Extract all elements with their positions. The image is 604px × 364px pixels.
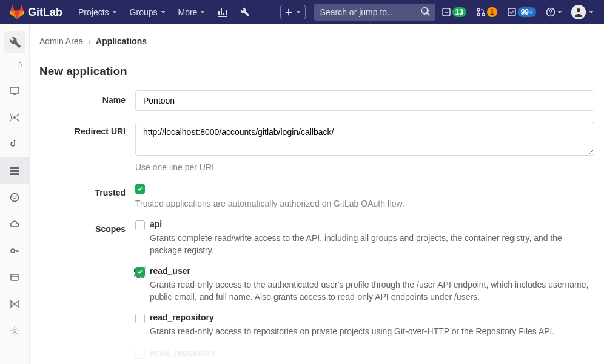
chevron-down-icon: [112, 9, 118, 15]
sidebar-deploy-keys[interactable]: [0, 237, 29, 264]
mr-badge: 1: [487, 7, 497, 17]
nav-projects[interactable]: Projects: [72, 4, 124, 21]
chevron-down-icon: [557, 9, 563, 15]
svg-rect-17: [16, 170, 19, 172]
sidebar-applications[interactable]: [0, 157, 29, 184]
svg-point-22: [13, 196, 14, 197]
svg-rect-12: [10, 167, 13, 169]
abuse-icon: [10, 193, 19, 202]
issues-badge: 13: [452, 7, 466, 17]
scope-item-api: api Grants complete read/write access to…: [135, 219, 594, 256]
name-label: Name: [39, 90, 135, 111]
todos-counter[interactable]: 99+: [503, 5, 540, 19]
wrench-icon: [8, 36, 21, 48]
svg-point-21: [11, 194, 19, 202]
svg-rect-20: [16, 173, 19, 175]
admin-sidebar: 0: [0, 24, 30, 364]
redirect-help: Use one line per URI: [135, 162, 594, 172]
monitor-icon: [10, 86, 19, 96]
scope-write-repository-checkbox[interactable]: [135, 349, 145, 359]
sidebar-settings[interactable]: [0, 317, 29, 344]
brand-text: GitLab: [28, 6, 62, 19]
svg-rect-9: [10, 87, 19, 93]
scope-item-write-repository: write_repository: [135, 348, 594, 359]
tanuki-icon: [10, 5, 24, 19]
todos-badge: 99+: [518, 7, 536, 17]
svg-point-2: [477, 8, 480, 11]
svg-rect-15: [10, 170, 13, 172]
help-menu[interactable]: [542, 5, 566, 19]
issues-icon: [441, 7, 451, 17]
scope-api-desc: Grants complete read/write access to the…: [150, 233, 594, 256]
wrench-icon: [240, 7, 249, 17]
applications-icon: [10, 166, 19, 176]
sidebar-appearance[interactable]: [0, 291, 29, 317]
issues-counter[interactable]: 13: [438, 5, 470, 19]
nav-menu: Projects Groups More: [72, 4, 255, 21]
check-icon: [137, 269, 143, 275]
svg-point-27: [13, 329, 16, 333]
check-icon: [137, 186, 143, 192]
header-right: 13 1 99+: [280, 4, 594, 21]
svg-rect-14: [16, 167, 19, 169]
scope-api-name: api: [150, 219, 162, 229]
mr-counter[interactable]: 1: [472, 5, 501, 19]
search-input[interactable]: [314, 4, 435, 21]
scope-read-user-desc: Grants read-only access to the authentic…: [150, 279, 594, 303]
chevron-down-icon: [200, 9, 206, 15]
sidebar-overview-count: 0: [18, 62, 22, 68]
plus-icon: [284, 8, 293, 16]
breadcrumb-current: Applications: [96, 36, 147, 46]
name-input[interactable]: [135, 90, 594, 111]
svg-point-8: [577, 8, 580, 12]
gitlab-logo[interactable]: GitLab: [10, 5, 62, 19]
nav-groups[interactable]: Groups: [124, 4, 172, 21]
sidebar-monitoring[interactable]: [0, 78, 29, 104]
scope-write-repository-name: write_repository: [150, 348, 216, 357]
todo-icon: [507, 7, 517, 17]
question-icon: [546, 7, 555, 17]
svg-rect-25: [11, 274, 18, 280]
sidebar-labels[interactable]: [0, 264, 29, 291]
label-icon: [10, 273, 19, 282]
scope-api-checkbox[interactable]: [135, 220, 145, 230]
scope-item-read-repository: read_repository Grants read-only access …: [135, 313, 594, 338]
merge-request-icon: [476, 7, 486, 17]
nav-admin[interactable]: [233, 4, 255, 21]
avatar: [571, 5, 586, 19]
user-menu[interactable]: [569, 5, 594, 19]
sidebar-admin-icon[interactable]: [4, 31, 25, 53]
sidebar-messages[interactable]: [0, 104, 29, 131]
sidebar-overview[interactable]: 0: [0, 58, 29, 78]
svg-rect-19: [13, 173, 16, 175]
scope-read-user-name: read_user: [150, 266, 190, 276]
svg-point-24: [11, 249, 15, 253]
trusted-label: Trusted: [39, 183, 135, 208]
svg-point-10: [13, 116, 16, 119]
appearance-icon: [10, 299, 19, 309]
hook-icon: [10, 139, 19, 149]
chevron-down-icon: [295, 9, 301, 15]
nav-activity[interactable]: [212, 4, 233, 21]
svg-point-11: [14, 140, 16, 142]
chevron-down-icon: [588, 9, 594, 15]
sidebar-hooks[interactable]: [0, 131, 29, 157]
scope-read-user-checkbox[interactable]: [135, 267, 145, 277]
nav-more[interactable]: More: [172, 4, 212, 21]
scopes-label: Scopes: [39, 219, 135, 364]
svg-point-23: [16, 196, 17, 197]
sidebar-kubernetes[interactable]: [0, 211, 29, 237]
breadcrumb-root[interactable]: Admin Area: [39, 36, 83, 46]
trusted-checkbox[interactable]: [135, 184, 145, 194]
svg-point-3: [477, 13, 480, 16]
sidebar-abuse[interactable]: [0, 184, 29, 211]
new-button[interactable]: [280, 5, 306, 19]
scope-read-repository-checkbox[interactable]: [135, 314, 145, 323]
main-content: Admin Area › Applications New applicatio…: [30, 24, 604, 364]
redirect-textarea[interactable]: [135, 122, 594, 156]
breadcrumb-separator: ›: [88, 36, 91, 46]
search-icon: [421, 7, 431, 18]
scope-read-repository-desc: Grants read-only access to repositories …: [150, 326, 594, 338]
search-wrap: [314, 4, 435, 21]
key-icon: [10, 246, 19, 256]
